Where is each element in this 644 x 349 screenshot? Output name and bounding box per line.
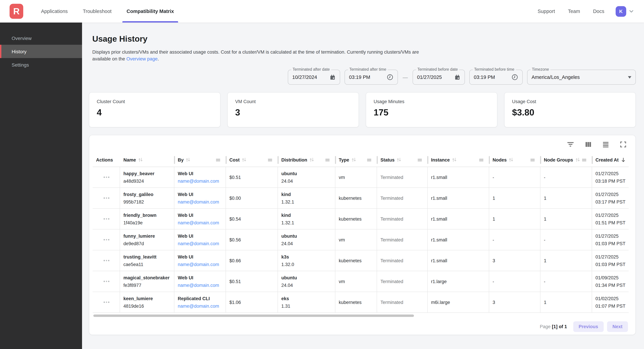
table-row: magical_stonebraker fe3f8977 Web UI name… bbox=[93, 271, 628, 292]
created-by-email-link[interactable]: name@domain.com bbox=[178, 241, 223, 246]
nav-tab[interactable]: Applications bbox=[34, 0, 75, 22]
sidebar-item[interactable]: Overview bbox=[0, 31, 82, 45]
sort-arrows-icon[interactable] bbox=[186, 157, 191, 163]
nav-link[interactable]: Docs bbox=[586, 8, 611, 14]
row-actions-button[interactable] bbox=[101, 300, 112, 305]
filter-field[interactable]: Terminated after date 10/27/2024 bbox=[288, 70, 340, 85]
column-menu-icon[interactable] bbox=[417, 158, 422, 162]
sidebar-item[interactable]: History bbox=[0, 45, 82, 58]
clock-icon[interactable] bbox=[386, 74, 394, 81]
sort-arrows-icon[interactable] bbox=[241, 157, 247, 163]
filter-field-value: 10/27/2024 bbox=[292, 74, 328, 80]
name-cell: keen_lumiere 4819de16 bbox=[120, 292, 174, 313]
cluster-name: keen_lumiere bbox=[124, 296, 171, 301]
created-by-email-link[interactable]: name@domain.com bbox=[178, 304, 223, 309]
calendar-icon[interactable] bbox=[454, 74, 460, 81]
row-actions-button[interactable] bbox=[101, 175, 112, 180]
row-actions-button[interactable] bbox=[101, 279, 112, 284]
row-actions-button[interactable] bbox=[101, 237, 112, 243]
sort-arrows-icon[interactable] bbox=[452, 157, 457, 163]
created-by-email-link[interactable]: name@domain.com bbox=[178, 220, 223, 225]
status-badge: Terminated bbox=[380, 216, 424, 221]
filter-field[interactable]: Terminated after time 03:19 PM bbox=[344, 70, 398, 85]
column-menu-icon[interactable] bbox=[367, 158, 372, 162]
nodes-cell: - bbox=[489, 271, 540, 292]
column-header[interactable]: Nodes bbox=[489, 153, 540, 167]
top-nav: R Applications Troubleshoot Compatibilit… bbox=[0, 0, 644, 22]
distribution-version: 1.32.1 bbox=[281, 199, 332, 204]
type-cell: vm bbox=[335, 271, 377, 292]
column-menu-icon[interactable] bbox=[325, 158, 330, 162]
chevron-down-icon[interactable] bbox=[628, 8, 634, 14]
nav-tab-label: Troubleshoot bbox=[83, 8, 112, 14]
column-menu-icon[interactable] bbox=[530, 158, 535, 162]
row-actions-button[interactable] bbox=[101, 196, 112, 201]
stat-label: Cluster Count bbox=[97, 99, 212, 104]
stat-card: Cluster Count 4 bbox=[89, 92, 220, 127]
column-header-label: Type bbox=[339, 157, 349, 162]
distribution-name: ubuntu bbox=[281, 171, 332, 176]
cost-cell: $0.51 bbox=[226, 271, 278, 292]
instance-cell: r1.small bbox=[428, 250, 489, 271]
sort-arrows-icon[interactable] bbox=[575, 157, 580, 163]
column-menu-icon[interactable] bbox=[216, 158, 220, 162]
column-header[interactable]: Created At bbox=[592, 153, 629, 167]
sort-arrows-icon[interactable] bbox=[351, 157, 356, 163]
next-page-button[interactable]: Next bbox=[607, 321, 628, 332]
status-badge: Terminated bbox=[380, 300, 424, 305]
filter-field[interactable]: Terminated before date 01/27/2025 bbox=[412, 70, 465, 85]
column-header[interactable]: Actions bbox=[93, 153, 120, 167]
timezone-select[interactable]: Timezone America/Los_Angeles bbox=[527, 70, 636, 85]
column-header[interactable]: By bbox=[174, 153, 226, 167]
row-actions-button[interactable] bbox=[101, 258, 112, 263]
column-header[interactable]: Instance bbox=[428, 153, 489, 167]
cost-cell: $0.54 bbox=[226, 209, 278, 229]
row-actions-button[interactable] bbox=[101, 216, 112, 222]
stat-card: Usage Minutes 175 bbox=[366, 92, 497, 127]
page-indicator: Page [1] of 1 bbox=[540, 324, 567, 329]
created-by-email-link[interactable]: name@domain.com bbox=[178, 199, 223, 204]
fullscreen-icon[interactable] bbox=[619, 140, 627, 149]
created-time: 03:18 PM PST bbox=[596, 178, 628, 184]
calendar-icon[interactable] bbox=[330, 74, 336, 81]
filter-field[interactable]: Terminated before time 03:19 PM bbox=[469, 70, 523, 85]
sidebar-item[interactable]: Settings bbox=[0, 58, 82, 71]
created-by-email-link[interactable]: name@domain.com bbox=[178, 283, 223, 288]
nav-tab[interactable]: Troubleshoot bbox=[75, 0, 119, 22]
timezone-label: Timezone bbox=[530, 67, 550, 71]
by-cell: Replicated CLI name@domain.com bbox=[174, 292, 226, 313]
avatar[interactable]: K bbox=[616, 6, 626, 16]
clock-icon[interactable] bbox=[511, 74, 518, 81]
sort-desc-icon[interactable] bbox=[620, 157, 626, 163]
created-time: 01:03 PM PST bbox=[596, 262, 628, 267]
replicated-logo[interactable]: R bbox=[10, 4, 23, 19]
nav-tab[interactable]: Compatibility Matrix bbox=[119, 0, 182, 22]
table-row: frosty_galileo 995b7182 Web UI name@doma… bbox=[93, 188, 628, 209]
sort-arrows-icon[interactable] bbox=[396, 157, 402, 163]
column-menu-icon[interactable] bbox=[582, 158, 586, 162]
created-by-email-link[interactable]: name@domain.com bbox=[178, 262, 223, 267]
nav-right: Support Team Docs K bbox=[531, 0, 634, 22]
previous-page-button[interactable]: Previous bbox=[573, 321, 604, 332]
column-menu-icon[interactable] bbox=[479, 158, 484, 162]
column-header[interactable]: Node Groups bbox=[540, 153, 592, 167]
sort-arrows-icon[interactable] bbox=[138, 157, 143, 163]
columns-icon[interactable] bbox=[584, 141, 592, 148]
status-badge: Terminated bbox=[380, 196, 424, 201]
column-menu-icon[interactable] bbox=[268, 158, 272, 162]
created-by-email-link[interactable]: name@domain.com bbox=[178, 178, 223, 184]
nav-link[interactable]: Team bbox=[562, 8, 586, 14]
column-header[interactable]: Cost bbox=[226, 153, 278, 167]
column-header[interactable]: Status bbox=[377, 153, 428, 167]
node-groups-cell: - bbox=[540, 230, 592, 250]
density-icon[interactable] bbox=[602, 140, 610, 148]
sort-arrows-icon[interactable] bbox=[508, 157, 514, 163]
sort-arrows-icon[interactable] bbox=[309, 157, 314, 163]
column-header[interactable]: Name bbox=[120, 153, 174, 167]
filter-icon[interactable] bbox=[566, 141, 575, 148]
nav-link[interactable]: Support bbox=[531, 8, 562, 14]
overview-page-link[interactable]: Overview page bbox=[126, 56, 158, 61]
column-header[interactable]: Distribution bbox=[278, 153, 335, 167]
column-header[interactable]: Type bbox=[335, 153, 377, 167]
scrollbar-thumb[interactable] bbox=[93, 314, 414, 317]
